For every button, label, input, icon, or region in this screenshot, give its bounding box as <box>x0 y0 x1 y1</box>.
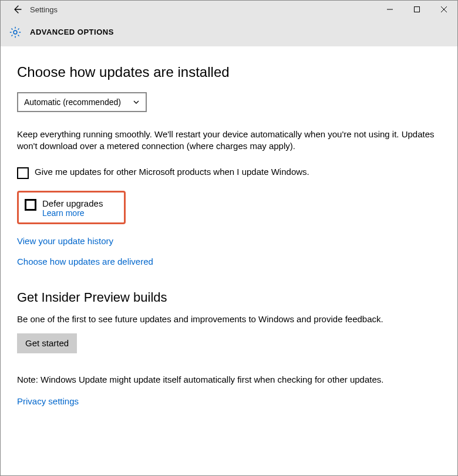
svg-point-1 <box>14 31 17 34</box>
page-subtitle: ADVANCED OPTIONS <box>30 28 114 36</box>
update-description: Keep everything running smoothly. We'll … <box>17 129 440 153</box>
window-controls <box>376 1 457 18</box>
section-heading-updates: Choose how updates are installed <box>17 64 441 80</box>
close-button[interactable] <box>430 1 457 18</box>
update-mode-combo[interactable]: Automatic (recommended) <box>17 92 147 112</box>
gear-icon <box>9 26 22 39</box>
back-arrow-icon <box>12 5 22 14</box>
combo-value: Automatic (recommended) <box>24 97 121 107</box>
content-area: Choose how updates are installed Automat… <box>1 46 457 420</box>
insider-description: Be one of the first to see future update… <box>17 313 440 325</box>
other-products-label: Give me updates for other Microsoft prod… <box>35 167 309 177</box>
section-heading-insider: Get Insider Preview builds <box>17 290 441 305</box>
defer-upgrades-highlight: Defer upgrades Learn more <box>17 191 126 224</box>
get-started-button[interactable]: Get started <box>17 333 77 353</box>
defer-learn-more-link[interactable]: Learn more <box>42 208 103 218</box>
maximize-icon <box>414 6 420 12</box>
subheader: ADVANCED OPTIONS <box>1 18 457 46</box>
other-products-checkbox[interactable] <box>17 167 29 179</box>
titlebar: Settings <box>1 1 457 18</box>
svg-rect-0 <box>415 7 420 12</box>
defer-upgrades-label: Defer upgrades <box>42 198 103 208</box>
defer-upgrades-checkbox[interactable] <box>25 199 36 211</box>
maximize-button[interactable] <box>403 1 430 18</box>
close-icon <box>441 6 447 12</box>
minimize-icon <box>387 6 393 12</box>
privacy-settings-link[interactable]: Privacy settings <box>17 396 79 406</box>
minimize-button[interactable] <box>376 1 403 18</box>
back-button[interactable] <box>5 1 29 18</box>
chevron-down-icon <box>133 99 140 106</box>
update-note: Note: Windows Update might update itself… <box>17 374 441 384</box>
view-update-history-link[interactable]: View your update history <box>17 236 441 246</box>
window-title: Settings <box>30 5 58 14</box>
other-products-row: Give me updates for other Microsoft prod… <box>17 167 441 179</box>
updates-delivered-link[interactable]: Choose how updates are delivered <box>17 256 441 266</box>
